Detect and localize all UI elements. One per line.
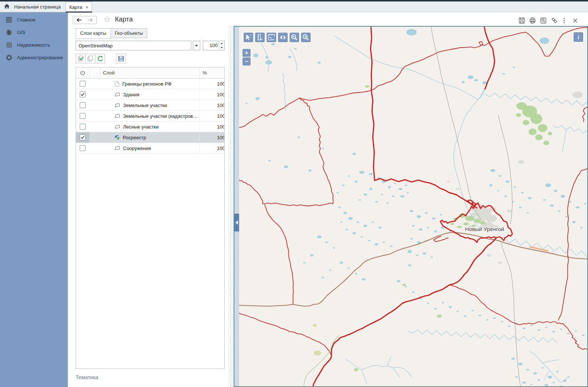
layer-row[interactable]: Земельные участки (кадастров…100: [76, 111, 225, 121]
layers-table: Слой % Границы регионов РФ100Здания100Зе…: [76, 67, 225, 369]
layer-label: Лесные участки: [123, 124, 159, 130]
layer-percent: 100: [199, 111, 225, 121]
page-header: ☆ Карта: [68, 12, 588, 26]
layer-label: Земельные участки: [123, 103, 167, 108]
sidebar-item-главное[interactable]: Главное: [0, 13, 68, 26]
sidebar-item-label: Недвижимость: [17, 42, 50, 48]
layer-row[interactable]: Земельные участки100: [76, 100, 225, 111]
tab-close-icon[interactable]: ×: [86, 5, 89, 10]
favorite-star-icon[interactable]: ☆: [103, 14, 111, 24]
map-canvas[interactable]: Новый Уренгой: [234, 27, 587, 386]
svg-text:?: ?: [250, 34, 251, 37]
layer-percent: 100: [199, 143, 225, 154]
globe-icon: [6, 29, 12, 36]
uncheck-all-layers-button[interactable]: [85, 54, 95, 63]
measure-area-tool-button[interactable]: м²: [267, 33, 276, 42]
home-tab-label: Начальная страница: [14, 4, 61, 10]
sidebar-item-label: Главное: [17, 17, 36, 23]
layer-percent: 100: [199, 89, 225, 100]
zoom-previous-tool-button[interactable]: [290, 33, 299, 42]
layers-table-header: Слой %: [76, 67, 225, 79]
sidebar-item-администрирование[interactable]: Администрирование: [0, 51, 68, 64]
map-city-label: Новый Уренгой: [465, 226, 504, 232]
layer-visibility-checkbox[interactable]: [80, 124, 86, 130]
building-icon: [6, 42, 12, 48]
map-zoom-control: + −: [242, 49, 251, 66]
more-icon[interactable]: [561, 17, 567, 24]
layer-row[interactable]: Росреестр100: [76, 132, 225, 143]
zoom-out-button[interactable]: −: [242, 57, 251, 66]
window-tab-bar: Начальная страница Карта ×: [0, 1, 588, 12]
menu-icon: [6, 17, 12, 23]
save-layers-button[interactable]: [116, 54, 126, 63]
spin-down-icon[interactable]: [219, 46, 224, 50]
layer-label: Границы регионов РФ: [122, 81, 172, 87]
polygon-layer-icon: [115, 92, 120, 97]
refresh-button[interactable]: [95, 54, 105, 63]
layer-visibility-checkbox[interactable]: [80, 102, 86, 108]
layer-visibility-checkbox[interactable]: [80, 134, 86, 140]
rosreestr-layer-icon: [115, 135, 120, 140]
forward-button[interactable]: [85, 16, 97, 24]
page-title: Карта: [115, 16, 133, 23]
zoom-in-button[interactable]: +: [242, 49, 251, 57]
layer-label: Сооружения: [123, 146, 151, 151]
tab-map-layers[interactable]: Слои карты: [76, 28, 111, 39]
print-icon[interactable]: [529, 17, 536, 24]
visibility-column-icon: [76, 70, 89, 76]
layer-row[interactable]: Сооружения100: [76, 143, 225, 154]
sidebar-item-недвижимость[interactable]: Недвижимость: [0, 39, 68, 51]
layer-label: Здания: [123, 92, 139, 97]
measure-length-tool-button[interactable]: м: [255, 33, 265, 42]
identify-tool-button[interactable]: ?: [244, 33, 253, 42]
map-view[interactable]: Новый Уренгой ?мм² + − i: [234, 26, 588, 387]
home-icon: [4, 3, 10, 10]
basemap-opacity-stepper[interactable]: 100: [203, 41, 225, 50]
thematics-section-label[interactable]: Тематика: [76, 374, 98, 380]
preview-icon[interactable]: [540, 17, 546, 24]
link-icon[interactable]: [551, 17, 558, 24]
sidebar: ГлавноеGISНедвижимостьАдминистрирование: [0, 12, 68, 387]
map-side-strip: [234, 27, 239, 386]
save-icon[interactable]: [518, 17, 525, 24]
polygon-layer-icon: [115, 103, 120, 108]
map-info-button[interactable]: i: [574, 32, 583, 42]
layer-label: Росреестр: [123, 135, 146, 140]
layers-panel: Слои карты Гео-объекты OpenStreetMap 100: [68, 26, 229, 387]
swipe-tool-button[interactable]: [278, 33, 288, 42]
home-tab[interactable]: Начальная страница: [4, 1, 61, 12]
chevron-down-icon: [195, 45, 198, 47]
svg-text:м: м: [261, 38, 262, 40]
panel-splitter[interactable]: [229, 26, 234, 387]
layer-row[interactable]: Границы регионов РФ100: [76, 79, 225, 89]
check-all-layers-button[interactable]: [76, 54, 86, 63]
layer-label: Земельные участки (кадастров…: [123, 113, 198, 119]
sidebar-item-gis[interactable]: GIS: [0, 26, 68, 39]
document-layer-icon: [115, 81, 119, 87]
sidebar-item-label: Администрирование: [17, 55, 63, 60]
back-button[interactable]: [73, 16, 85, 24]
sidebar-item-label: GIS: [17, 30, 25, 35]
spin-up-icon[interactable]: [219, 41, 224, 46]
layers-toolbar: [76, 54, 126, 63]
layer-visibility-checkbox[interactable]: [80, 81, 86, 87]
close-icon[interactable]: [572, 17, 578, 24]
layer-visibility-checkbox[interactable]: [80, 145, 86, 151]
layer-visibility-checkbox[interactable]: [80, 91, 86, 97]
layer-percent: 100: [199, 132, 225, 143]
basemap-select[interactable]: OpenStreetMap: [76, 41, 191, 50]
zoom-next-tool-button[interactable]: [301, 33, 311, 42]
svg-text:м²: м²: [272, 38, 275, 41]
layer-row[interactable]: Лесные участки100: [76, 121, 225, 132]
layer-row[interactable]: Здания100: [76, 89, 225, 100]
map-toolbar: ?мм²: [244, 33, 311, 42]
layer-visibility-checkbox[interactable]: [80, 113, 86, 119]
basemap-dropdown-button[interactable]: [193, 41, 200, 50]
basemap-opacity-value[interactable]: 100: [203, 41, 219, 50]
percent-column-header: %: [199, 67, 225, 79]
tab-karta[interactable]: Карта ×: [66, 2, 92, 12]
tab-geo-objects[interactable]: Гео-объекты: [110, 28, 148, 38]
polygon-layer-icon: [115, 146, 120, 151]
collapse-panel-handle[interactable]: [234, 214, 239, 231]
layer-percent: 100: [199, 79, 225, 89]
